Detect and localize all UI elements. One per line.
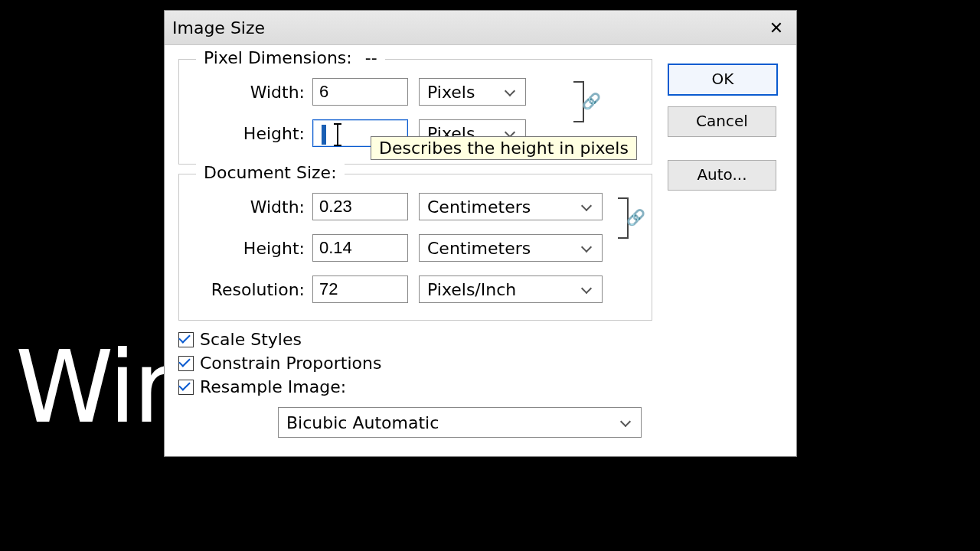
ds-resolution-unit-value: Pixels/Inch: [427, 280, 516, 299]
scale-styles-checkbox[interactable]: Scale Styles: [178, 330, 652, 349]
ds-height-row: Height: Centimeters: [190, 234, 641, 262]
ds-height-label: Height:: [190, 239, 312, 258]
pd-width-unit-value: Pixels: [427, 83, 475, 102]
pixel-dimensions-label: Pixel Dimensions:: [204, 48, 352, 67]
close-icon: ✕: [769, 18, 783, 37]
ds-width-row: Width: Centimeters: [190, 193, 641, 220]
pixel-dimensions-value: --: [365, 48, 377, 67]
constrain-proportions-checkbox[interactable]: Constrain Proportions: [178, 354, 652, 373]
chevron-down-icon: [582, 283, 594, 295]
chevron-down-icon: [621, 416, 633, 429]
button-column: OK Cancel Auto...: [668, 59, 782, 438]
titlebar: Image Size ✕: [165, 11, 796, 45]
resample-label: Resample Image:: [200, 377, 346, 396]
ds-width-input[interactable]: [312, 193, 408, 220]
chevron-down-icon: [582, 242, 594, 254]
ds-width-unit-select[interactable]: Centimeters: [419, 193, 603, 220]
link-icon[interactable]: 🔗: [626, 208, 645, 227]
dialog-title: Image Size: [172, 18, 265, 37]
height-tooltip: Describes the height in pixels: [371, 136, 637, 160]
ds-resolution-row: Resolution: Pixels/Inch: [190, 276, 641, 303]
resample-method-select[interactable]: Bicubic Automatic: [278, 407, 642, 438]
pd-width-input[interactable]: [312, 78, 408, 106]
ds-height-unit-value: Centimeters: [427, 239, 531, 258]
ds-width-unit-value: Centimeters: [427, 197, 531, 217]
image-size-dialog: Image Size ✕ Pixel Dimensions: -- Width:…: [165, 11, 796, 456]
resample-image-checkbox[interactable]: Resample Image:: [178, 377, 652, 396]
pixel-dimensions-legend: Pixel Dimensions: --: [196, 48, 385, 67]
pixel-dimensions-group: Pixel Dimensions: -- Width: Pixels Heigh…: [178, 59, 652, 165]
ds-resolution-input[interactable]: [312, 276, 408, 303]
document-size-group: Document Size: Width: Centimeters Height…: [178, 174, 652, 321]
pd-height-label: Height:: [190, 124, 312, 143]
background-text: Wir: [15, 329, 171, 445]
pd-width-label: Width:: [190, 83, 312, 102]
resample-method-value: Bicubic Automatic: [286, 413, 439, 432]
ds-resolution-label: Resolution:: [190, 280, 312, 299]
link-icon[interactable]: 🔗: [582, 92, 601, 110]
constrain-label: Constrain Proportions: [200, 354, 381, 373]
scale-styles-label: Scale Styles: [200, 330, 302, 349]
auto-button[interactable]: Auto...: [668, 160, 776, 191]
ds-width-label: Width:: [190, 197, 312, 217]
cancel-button[interactable]: Cancel: [668, 106, 776, 137]
ok-button[interactable]: OK: [668, 64, 778, 96]
ds-height-input[interactable]: [312, 234, 408, 262]
checkbox-icon: [178, 332, 194, 347]
ds-height-unit-select[interactable]: Centimeters: [419, 234, 603, 262]
checkbox-icon: [178, 356, 194, 371]
ds-resolution-unit-select[interactable]: Pixels/Inch: [419, 276, 603, 303]
document-size-legend: Document Size:: [196, 163, 345, 182]
chevron-down-icon: [582, 201, 594, 213]
close-button[interactable]: ✕: [756, 11, 796, 44]
pd-width-unit-select[interactable]: Pixels: [419, 78, 526, 106]
checkbox-icon: [178, 380, 194, 395]
chevron-down-icon: [505, 86, 518, 98]
